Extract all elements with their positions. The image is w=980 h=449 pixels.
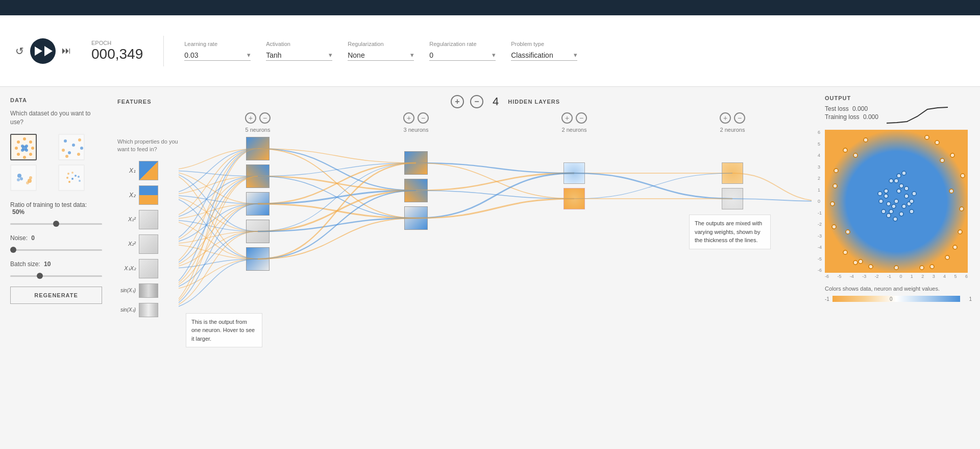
dataset-gaussian[interactable]	[10, 164, 37, 191]
neuron-2-3[interactable]	[404, 206, 428, 230]
loss-info: Test loss 0.000 Training loss 0.000	[825, 105, 878, 122]
regularization-select-wrapper: None L1 L2	[348, 50, 414, 61]
svg-point-37	[67, 173, 69, 175]
features-desc: Which properties do you want to feed in?	[117, 138, 179, 154]
dataset-gaussian-svg	[11, 166, 37, 191]
layer2-count: 3 neurons	[404, 127, 429, 133]
activation-select-wrapper: Tanh ReLU Sigmoid Linear	[266, 50, 332, 61]
feature-x2sq-box	[139, 234, 158, 254]
batch-slider-group: Batch size: 10	[10, 261, 102, 278]
control-bar: ↺ ⏭ Epoch 000,349 Learning rate 0.03 0.0…	[0, 15, 980, 87]
layer-4: + − 2 neurons	[653, 112, 812, 275]
reg-rate-select-wrapper: 0 0.001 0.003	[429, 50, 496, 61]
svg-point-34	[79, 180, 81, 182]
output-canvas	[825, 130, 968, 273]
right-panel: OUTPUT Test loss 0.000 Training loss 0.0…	[817, 87, 980, 449]
neuron-1-4[interactable]	[246, 220, 270, 243]
learning-rate-select[interactable]: 0.03 0.001 0.01 0.1 0.3 1	[184, 50, 251, 61]
reset-icon: ↺	[15, 45, 24, 57]
feature-x1x2[interactable]: X₁X₂	[117, 259, 179, 278]
svg-point-32	[75, 175, 77, 177]
y-axis-labels: 6 5 4 3 2 1 0 -1 -2 -3 -4 -5 -6	[818, 130, 822, 273]
svg-point-29	[26, 181, 29, 184]
remove-neuron-layer3[interactable]: −	[576, 112, 587, 124]
svg-point-4	[23, 156, 26, 159]
left-panel: DATA Which dataset do you want to use?	[0, 87, 112, 449]
activation-select[interactable]: Tanh ReLU Sigmoid Linear	[266, 50, 332, 61]
neuron-1-5[interactable]	[246, 247, 270, 271]
problem-type-select[interactable]: Classification Regression	[511, 50, 577, 61]
dataset-spiral[interactable]	[58, 164, 85, 191]
svg-point-31	[71, 178, 74, 180]
svg-point-36	[66, 177, 68, 179]
reset-button[interactable]: ↺	[15, 45, 24, 57]
add-neuron-layer1[interactable]: +	[245, 112, 256, 124]
svg-point-33	[78, 176, 80, 178]
svg-point-3	[23, 137, 26, 140]
color-max-label: 1	[969, 296, 972, 302]
feature-x2sq[interactable]: X₂²	[117, 234, 179, 254]
feature-x1sq-box	[139, 210, 158, 229]
feature-x1sq[interactable]: X₁²	[117, 210, 179, 229]
feature-x2[interactable]: X₂	[117, 185, 179, 205]
svg-point-22	[62, 149, 65, 152]
feature-sinx2-box	[139, 303, 158, 317]
remove-neuron-layer4[interactable]: −	[734, 112, 745, 124]
play-icon	[35, 46, 42, 56]
feature-sinx1[interactable]: sin(X₁)	[117, 283, 179, 298]
neuron-2-1[interactable]	[404, 151, 428, 175]
play-button[interactable]	[30, 38, 56, 64]
neuron-4-1[interactable]	[722, 162, 743, 184]
neuron-1-1[interactable]	[246, 137, 270, 160]
add-neuron-layer3[interactable]: +	[561, 112, 573, 124]
add-neuron-layer2[interactable]: +	[403, 112, 414, 124]
features-section-title: FEATURES	[117, 99, 199, 105]
neuron-3-2[interactable]	[564, 188, 585, 209]
svg-point-6	[29, 153, 32, 156]
batch-slider[interactable]	[10, 275, 102, 277]
playback-controls: ↺ ⏭	[15, 38, 71, 64]
add-layer-button[interactable]: +	[451, 95, 464, 108]
dataset-circular[interactable]	[10, 134, 37, 160]
features-column: Which properties do you want to feed in?…	[117, 112, 179, 322]
svg-point-24	[17, 174, 21, 178]
ratio-label: Ratio of training to test data: 50%	[10, 201, 102, 216]
ratio-slider[interactable]	[10, 223, 102, 225]
x-axis-labels: -6 -5 -4 -3 -2 -1 0 1 2 3 4 5 6	[825, 274, 968, 279]
feature-sinx2[interactable]: sin(X₂)	[117, 303, 179, 317]
add-neuron-layer4[interactable]: +	[720, 112, 731, 124]
feature-x1[interactable]: X₁	[117, 161, 179, 180]
remove-neuron-layer2[interactable]: −	[418, 112, 429, 124]
neuron-2-2[interactable]	[404, 179, 428, 202]
layer-2: + − 3 neurons	[337, 112, 495, 275]
color-legend: Colors shows data, neuron and weight val…	[825, 285, 972, 302]
feature-sinx1-box	[139, 283, 158, 298]
neuron-4-2[interactable]	[722, 188, 743, 209]
dataset-scattered[interactable]	[58, 134, 85, 160]
dataset-grid	[10, 134, 102, 191]
regularization-select[interactable]: None L1 L2	[348, 50, 414, 61]
reg-rate-select[interactable]: 0 0.001 0.003	[429, 50, 496, 61]
svg-point-1	[15, 147, 18, 150]
svg-point-35	[68, 181, 70, 183]
layer3-count: 2 neurons	[562, 127, 587, 133]
dataset-spiral-svg	[59, 166, 85, 191]
regenerate-button[interactable]: REGENERATE	[10, 287, 102, 304]
svg-point-19	[72, 144, 75, 147]
neuron-1-3[interactable]	[246, 192, 270, 216]
remove-layer-button[interactable]: −	[470, 95, 483, 108]
layers-row: + − 5 neurons + −	[179, 112, 812, 275]
epoch-value: 000,349	[91, 46, 143, 62]
svg-point-16	[78, 138, 81, 141]
loss-chart	[887, 105, 948, 126]
remove-neuron-layer1[interactable]: −	[259, 112, 271, 124]
neuron-1-2[interactable]	[246, 164, 270, 188]
noise-slider[interactable]	[10, 249, 102, 251]
step-button[interactable]: ⏭	[62, 45, 71, 56]
training-loss-text: Training loss 0.000	[825, 113, 878, 121]
neuron-3-1[interactable]	[564, 162, 585, 184]
svg-point-8	[29, 140, 32, 144]
noise-slider-group: Noise: 0	[10, 234, 102, 252]
output-viz-container: 6 5 4 3 2 1 0 -1 -2 -3 -4 -5 -6 -6 -5 -4…	[825, 130, 972, 279]
color-gradient-bar	[832, 296, 960, 302]
